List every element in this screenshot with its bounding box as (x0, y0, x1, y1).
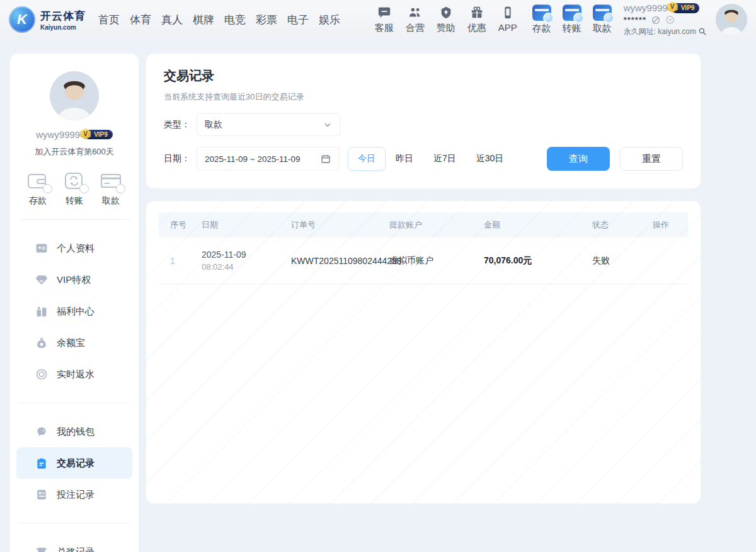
transaction-record-icon (35, 457, 48, 469)
site-logo[interactable]: K 开云体育 Kaiyun.com (9, 6, 86, 33)
nav-item-home[interactable]: 首页 (98, 13, 120, 27)
sidebar-item-yuebao-label: 余额宝 (57, 337, 85, 349)
nav-item-slots[interactable]: 电子 (287, 13, 309, 27)
type-select[interactable]: 取款 (197, 113, 340, 136)
search-button[interactable]: 查询 (547, 147, 610, 171)
money-pouch-icon (35, 336, 48, 349)
sidebar-item-welfare-label: 福利中心 (57, 306, 94, 318)
sidebar-divider (19, 523, 130, 524)
balance-masked: ****** (624, 15, 646, 25)
deposit-card-icon (532, 4, 551, 21)
profile-avatar[interactable] (50, 71, 99, 120)
sidebar-item-welfare[interactable]: 福利中心 (16, 296, 132, 327)
col-header-amount: 金额 (478, 219, 586, 231)
row-order-no: KWWT20251109802444298 (285, 256, 383, 266)
service-link[interactable]: 客服 (373, 5, 396, 34)
piggy-bank-icon (35, 425, 48, 438)
sidebar-item-profile[interactable]: 个人资料 (16, 233, 132, 264)
sidebar-item-vip-label: VIP特权 (57, 274, 91, 286)
withdraw-card-icon (593, 4, 612, 21)
type-select-value: 取款 (205, 119, 222, 130)
table-header: 序号 日期 订单号 提款账户 金额 状态 操作 (159, 212, 688, 238)
withdraw-link[interactable]: 取款 (591, 4, 614, 35)
sidebar-item-transactions[interactable]: 交易记录 (16, 447, 132, 479)
eye-off-icon[interactable] (651, 15, 661, 25)
row-amount: 70,076.00元 (478, 255, 586, 267)
sidebar-deposit-action[interactable]: 存款 (26, 171, 49, 207)
sidebar-item-yuebao[interactable]: 余额宝 (16, 327, 132, 359)
shortcut-today[interactable]: 今日 (348, 147, 386, 171)
sidebar-divider (19, 219, 130, 220)
diamond-badge-icon (438, 5, 454, 20)
shortcut-7days[interactable]: 近7日 (423, 147, 466, 171)
magnifier-icon[interactable] (698, 27, 708, 37)
transfer-card-icon (563, 4, 581, 21)
app-label: APP (498, 22, 517, 33)
transfer-link[interactable]: 转账 (561, 4, 583, 35)
col-header-order: 订单号 (285, 219, 383, 231)
transfer-label: 转账 (563, 23, 581, 35)
sponsor-link[interactable]: 赞助 (435, 5, 457, 34)
type-filter-row: 类型： 取款 (164, 113, 683, 136)
nav-item-lottery[interactable]: 彩票 (256, 13, 277, 27)
deposit-link[interactable]: 存款 (530, 4, 553, 35)
profile: wywy9999 VIP9 加入开云体育第600天 (10, 71, 139, 158)
content: wywy9999 VIP9 加入开云体育第600天 存款 转账 (0, 39, 756, 552)
chevron-down-icon (323, 120, 332, 129)
date-label: 日期： (164, 153, 197, 164)
reset-button[interactable]: 重置 (620, 147, 683, 171)
promo-link[interactable]: 优惠 (466, 5, 488, 34)
card-icon (100, 171, 122, 190)
nav-item-sports[interactable]: 体育 (130, 13, 151, 27)
promo-label: 优惠 (467, 22, 486, 34)
date-range-input[interactable]: 2025-11-09 ~ 2025-11-09 (197, 147, 339, 171)
quick-links: 客服 合营 赞助 优惠 (373, 5, 519, 34)
page-title: 交易记录 (164, 67, 683, 84)
row-status: 失败 (586, 255, 646, 267)
col-header-no: 序号 (159, 219, 195, 231)
sidebar-deposit-label: 存款 (29, 195, 47, 207)
rebate-icon (35, 368, 48, 381)
nav-item-chess[interactable]: 棋牌 (193, 13, 214, 27)
sidebar-withdraw-action[interactable]: 取款 (100, 171, 122, 207)
phone-icon (500, 5, 515, 20)
join-days-text: 加入开云体育第600天 (35, 146, 114, 158)
bet-record-icon (35, 488, 48, 501)
type-label: 类型： (164, 119, 197, 130)
profile-username: wywy9999 (36, 129, 80, 140)
logo-k-icon: K (9, 6, 35, 33)
date-shortcuts: 今日 昨日 近7日 近30日 (348, 147, 513, 171)
gift-icon (469, 5, 484, 20)
affiliate-link[interactable]: 合营 (404, 5, 427, 34)
people-icon (408, 5, 423, 20)
sidebar-item-transactions-label: 交易记录 (57, 457, 94, 469)
sidebar-item-vip[interactable]: VIP特权 (16, 264, 132, 296)
id-card-icon (35, 242, 48, 255)
nav-item-entertainment[interactable]: 娱乐 (319, 13, 340, 27)
refresh-icon[interactable] (665, 15, 675, 25)
wallet-icon (26, 171, 49, 190)
table-row: 1 2025-11-09 08:02:44 KWWT20251109802444… (159, 238, 688, 284)
sidebar-item-prizes[interactable]: 兑奖记录 (16, 536, 132, 552)
user-avatar[interactable] (716, 4, 747, 35)
sidebar-transfer-action[interactable]: 转账 (63, 171, 86, 207)
row-account: 虚拟币账户 (383, 255, 478, 267)
shortcut-yesterday[interactable]: 昨日 (386, 147, 423, 171)
sidebar-item-wallet[interactable]: 我的钱包 (16, 416, 132, 447)
date-range-value: 2025-11-09 ~ 2025-11-09 (205, 154, 301, 164)
sponsor-label: 赞助 (437, 22, 455, 34)
sidebar-item-bets-label: 投注记录 (57, 489, 94, 501)
records-table-card: 序号 日期 订单号 提款账户 金额 状态 操作 1 2025-11-09 08:… (146, 201, 701, 503)
sidebar-item-bets[interactable]: 投注记录 (16, 479, 132, 510)
sidebar-item-prizes-label: 兑奖记录 (57, 546, 94, 552)
gem-icon (35, 273, 48, 286)
sidebar-item-rebate[interactable]: 实时返水 (16, 359, 132, 390)
topbar: K 开云体育 Kaiyun.com 首页 体育 真人 棋牌 电竞 彩票 电子 娱… (0, 0, 756, 39)
nav-item-esports[interactable]: 电竞 (224, 13, 246, 27)
shortcut-30days[interactable]: 近30日 (466, 147, 514, 171)
sidebar-quick-actions: 存款 转账 取款 (10, 171, 139, 207)
row-date-time: 08:02:44 (202, 262, 285, 272)
main: 交易记录 当前系统支持查询最近30日的交易记录 类型： 取款 日期： 2025-… (146, 54, 701, 503)
nav-item-live[interactable]: 真人 (161, 13, 183, 27)
app-link[interactable]: APP (496, 5, 519, 34)
